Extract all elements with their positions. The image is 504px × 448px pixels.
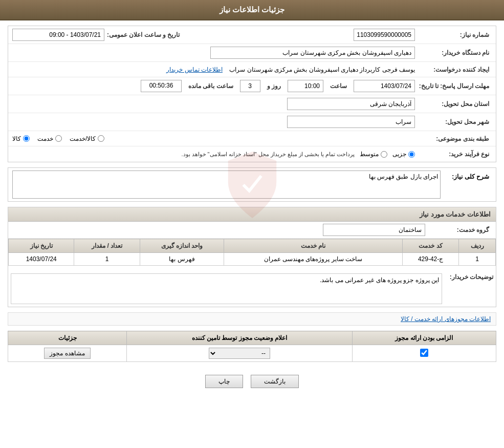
category-radio-kala[interactable] xyxy=(23,135,30,142)
services-table: ردیف کد خدمت نام خدمت واحد اندازه گیری ت… xyxy=(8,239,496,266)
response-time-label: ساعت xyxy=(330,82,347,90)
col-header-row: ردیف xyxy=(459,239,496,253)
category-radio-khedmat[interactable] xyxy=(55,135,62,142)
cell-row-num: 1 xyxy=(459,253,496,266)
col-header-date: تاریخ نیاز xyxy=(9,239,74,253)
province-label: استان محل تحویل: xyxy=(415,100,492,108)
print-button[interactable]: چاپ xyxy=(205,375,243,388)
col-header-unit: واحد اندازه گیری xyxy=(140,239,224,253)
permits-cell-required xyxy=(352,345,496,362)
purchase-radio-mottvaset[interactable] xyxy=(381,151,387,158)
view-permit-button[interactable]: مشاهده مجوز xyxy=(44,348,90,359)
permits-status-select[interactable]: -- xyxy=(209,348,270,359)
table-row: 1 ج-42-429 ساخت سایر پروژه‌های مهندسی عم… xyxy=(9,253,496,266)
purchase-option-mottvaset[interactable]: متوسط xyxy=(360,151,387,158)
buyer-org-input[interactable] xyxy=(210,47,415,59)
creator-row: ایجاد کننده درخواست: یوسف فرجی کاربرداز … xyxy=(8,62,496,77)
page-container: جزئیات اطلاعات نیاز شماره نیاز: تاریخ و … xyxy=(0,0,504,448)
need-description-label: شرح کلی نیاز: xyxy=(441,170,492,180)
city-label: شهر محل تحویل: xyxy=(415,118,492,125)
purchase-type-value-cell: جزیی متوسط پرداخت تمام یا بخشی از مبلغ خ… xyxy=(12,151,415,158)
need-number-value-cell xyxy=(182,29,415,41)
creator-value: یوسف فرجی کاربرداز دهیاری اسپفروشان بخش … xyxy=(229,66,415,73)
purchase-label-jozii: جزیی xyxy=(392,151,406,158)
category-option-kala[interactable]: کالا xyxy=(12,135,30,142)
city-input[interactable] xyxy=(287,116,415,128)
date-announce-label: تاریخ و ساعت اعلان عمومی: xyxy=(107,31,180,38)
countdown-value: 00:50:36 xyxy=(141,80,182,92)
permits-col-status: اعلام وضعیت مجوز توسط تامین کننده xyxy=(127,331,353,345)
service-group-value-cell xyxy=(12,224,425,236)
permits-table-row: -- مشاهده مجوز xyxy=(8,345,496,362)
permits-link-text[interactable]: اطلاعات مجوزهای ارائه خدمت / کالا xyxy=(401,315,491,323)
permits-col-details: جزئیات xyxy=(8,331,127,345)
date-announce-input[interactable] xyxy=(12,29,104,41)
response-date-label: مهلت ارسال پاسخ: تا تاریخ: xyxy=(415,82,492,90)
purchase-radio-jozii[interactable] xyxy=(408,151,415,158)
need-description-block: شرح کلی نیاز: xyxy=(8,167,496,202)
buyer-notes-row: توضیحات خریدار: این پروژه جزو پروژه های … xyxy=(8,271,496,307)
buyer-notes-label: توضیحات خریدار: xyxy=(445,271,496,281)
response-date-row: مهلت ارسال پاسخ: تا تاریخ: ساعت روز و سا… xyxy=(8,77,496,95)
cell-date: 1403/07/24 xyxy=(9,253,74,266)
need-number-row: شماره نیاز: تاریخ و ساعت اعلان عمومی: xyxy=(8,26,496,44)
watermark-shield-icon xyxy=(222,149,283,221)
category-value-cell: کالا خدمت کالا/خدمت xyxy=(12,135,415,142)
service-group-label: گروه خدمت: xyxy=(425,226,492,233)
response-date-input[interactable] xyxy=(354,80,415,92)
category-radio-kala-khedmat[interactable] xyxy=(98,135,104,142)
province-row: استان محل تحویل: xyxy=(8,95,496,113)
creator-value-cell: یوسف فرجی کاربرداز دهیاری اسپفروشان بخش … xyxy=(12,66,415,73)
category-label: طبقه بندی موضوعی: xyxy=(415,135,492,142)
cell-unit: فهرس بها xyxy=(140,253,224,266)
creator-label: ایجاد کننده درخواست: xyxy=(415,66,492,73)
services-block: اطلاعات خدمات مورد نیاز گروه خدمت: ردیف … xyxy=(8,207,496,307)
buyer-org-label: نام دستگاه خریدار: xyxy=(415,49,492,56)
category-row: طبقه بندی موضوعی: کالا خدمت کالا/خدمت xyxy=(8,131,496,146)
cell-qty: 1 xyxy=(74,253,140,266)
category-label-kala-khedmat: کالا/خدمت xyxy=(70,135,96,142)
category-label-khedmat: خدمت xyxy=(37,135,53,142)
city-value-cell xyxy=(12,116,415,128)
category-option-kala-khedmat[interactable]: کالا/خدمت xyxy=(70,135,104,142)
province-input[interactable] xyxy=(287,98,415,110)
service-group-row: گروه خدمت: xyxy=(8,222,496,239)
purchase-option-jozii[interactable]: جزیی xyxy=(392,151,415,158)
province-value-cell xyxy=(12,98,415,110)
buyer-org-row: نام دستگاه خریدار: xyxy=(8,44,496,62)
permits-col-required: الزامی بودن ارائه مجوز xyxy=(352,331,496,345)
buyer-notes-content: این پروژه جزو پروژه های غیر عمرانی می با… xyxy=(11,273,442,304)
buyer-org-value-cell xyxy=(12,47,415,59)
cell-service-code: ج-42-429 xyxy=(402,253,459,266)
category-option-khedmat[interactable]: خدمت xyxy=(37,135,62,142)
purchase-label-mottvaset: متوسط xyxy=(360,151,379,158)
permits-cell-status: -- xyxy=(127,345,353,362)
need-description-row: شرح کلی نیاز: xyxy=(8,168,496,201)
main-info-block: شماره نیاز: تاریخ و ساعت اعلان عمومی: نا… xyxy=(8,26,496,162)
buyer-notes-text: این پروژه جزو پروژه های غیر عمرانی می با… xyxy=(320,276,439,284)
col-header-qty: تعداد / مقدار xyxy=(74,239,140,253)
response-days-input[interactable] xyxy=(240,80,260,92)
response-days-label: روز و xyxy=(267,82,281,90)
permits-cell-details: مشاهده مجوز xyxy=(8,345,127,362)
category-label-kala: کالا xyxy=(12,135,21,142)
page-title: جزئیات اطلاعات نیاز xyxy=(220,5,284,14)
need-number-input[interactable] xyxy=(354,29,415,41)
page-header: جزئیات اطلاعات نیاز xyxy=(0,0,504,20)
footer-buttons: بازگشت چاپ xyxy=(8,367,496,396)
col-header-name: نام خدمت xyxy=(224,239,403,253)
purchase-type-label: نوع فرآیند خرید: xyxy=(415,151,492,158)
response-time-input[interactable] xyxy=(288,80,323,92)
service-group-input[interactable] xyxy=(323,224,425,236)
response-date-value-cell: ساعت روز و ساعت باقی مانده 00:50:36 xyxy=(12,80,415,92)
back-button[interactable]: بازگشت xyxy=(251,375,299,388)
col-header-code: کد خدمت xyxy=(402,239,459,253)
permits-table-section: الزامی بودن ارائه مجوز اعلام وضعیت مجوز … xyxy=(8,331,496,362)
countdown-label: ساعت باقی مانده xyxy=(188,82,233,90)
contact-info-link[interactable]: اطلاعات تماس خریدار xyxy=(166,66,223,73)
need-number-label: شماره نیاز: xyxy=(415,31,492,38)
services-table-section: ردیف کد خدمت نام خدمت واحد اندازه گیری ت… xyxy=(8,239,496,266)
cell-service-name: ساخت سایر پروژه‌های مهندسی عمران xyxy=(224,253,403,266)
permits-link-row[interactable]: اطلاعات مجوزهای ارائه خدمت / کالا xyxy=(8,312,496,326)
permits-required-checkbox[interactable] xyxy=(420,349,428,357)
